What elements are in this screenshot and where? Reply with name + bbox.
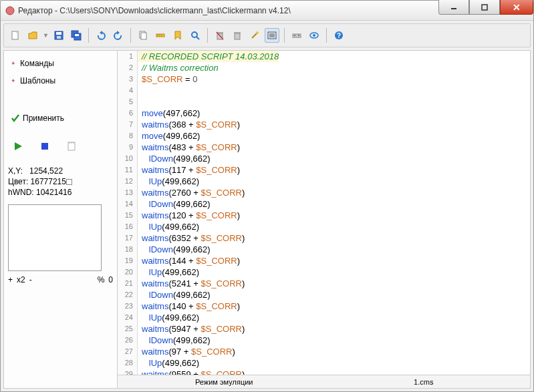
code-line[interactable]: 8move(499,662) (118, 130, 530, 142)
code-line[interactable]: 27waitms(97 + $S_CORR) (118, 346, 530, 357)
code-src[interactable]: waitms(6352 + $S_CORR) (138, 232, 245, 244)
code-line[interactable]: 7waitms(368 + $S_CORR) (118, 119, 530, 130)
notes-button[interactable] (64, 139, 79, 154)
trash-button[interactable] (230, 28, 245, 43)
code-src[interactable]: lDown(499,662) (138, 198, 211, 210)
ruler-button[interactable] (153, 28, 168, 43)
minimize-button[interactable] (438, 0, 469, 15)
save-all-button[interactable] (69, 28, 84, 43)
copy-button[interactable] (136, 28, 150, 43)
code-src[interactable]: waitms(144 + $S_CORR) (138, 255, 240, 266)
code-src[interactable]: waitms(5947 + $S_CORR) (138, 323, 245, 335)
code-src[interactable]: waitms(2760 + $S_CORR) (138, 187, 245, 198)
code-src[interactable]: lUp(499,662) (138, 221, 199, 232)
code-src[interactable]: lDown(499,662) (138, 244, 211, 255)
code-line[interactable]: 29waitms(9559 + $S_CORR) (118, 369, 530, 375)
code-src[interactable] (138, 96, 142, 108)
code-line[interactable]: 19waitms(144 + $S_CORR) (118, 255, 530, 266)
code-src[interactable]: // Waitms correction (138, 62, 219, 73)
close-button[interactable]: ✕ (500, 0, 533, 15)
code-src[interactable]: // RECORDED SCRIPT 14.03.2018 (138, 51, 279, 62)
info-xy-value: 1254,522 (29, 166, 63, 176)
code-src[interactable] (138, 85, 142, 96)
code-line[interactable]: 1// RECORDED SCRIPT 14.03.2018 (118, 51, 530, 62)
stop-button[interactable] (37, 139, 52, 154)
play-controls (8, 136, 113, 156)
code-src[interactable]: lUp(499,662) (138, 176, 199, 187)
open-file-button[interactable] (25, 28, 40, 43)
code-src[interactable]: waitms(120 + $S_CORR) (138, 210, 240, 221)
code-line[interactable]: 21waitms(5241 + $S_CORR) (118, 278, 530, 289)
toggle-panel-button[interactable] (265, 28, 279, 43)
search-button[interactable] (188, 28, 203, 43)
code-src[interactable]: waitms(483 + $S_CORR) (138, 142, 240, 153)
code-line[interactable]: 12 lUp(499,662) (118, 176, 530, 187)
play-button[interactable] (11, 139, 25, 154)
info-color-label: Цвет: (8, 177, 28, 186)
redo-button[interactable] (111, 28, 126, 43)
code-src[interactable]: lDown(499,662) (138, 153, 211, 164)
apply-button[interactable]: Применить (8, 110, 113, 127)
code-src[interactable]: lDown(499,662) (138, 289, 211, 301)
svg-marker-19 (175, 31, 180, 39)
undo-button[interactable] (94, 28, 108, 43)
code-line[interactable]: 23waitms(140 + $S_CORR) (118, 301, 530, 312)
code-src[interactable]: waitms(117 + $S_CORR) (138, 164, 240, 176)
dropdown-icon[interactable]: ▼ (43, 32, 49, 39)
settings-button[interactable] (289, 28, 304, 43)
code-src[interactable]: waitms(140 + $S_CORR) (138, 301, 240, 312)
wand-button[interactable] (247, 28, 262, 43)
code-line[interactable]: 10 lDown(499,662) (118, 153, 530, 164)
code-line[interactable]: 2// Waitms correction (118, 62, 530, 73)
svg-rect-41 (41, 143, 48, 150)
code-line[interactable]: 6move(497,662) (118, 108, 530, 119)
zoom-percent-button[interactable]: % (98, 275, 105, 284)
info-hwnd-value: 10421416 (36, 188, 72, 197)
code-src[interactable]: lDown(499,662) (138, 335, 211, 346)
line-number: 10 (118, 153, 138, 164)
code-line[interactable]: 3$S_CORR = 0 (118, 73, 530, 85)
zoom-minus-button[interactable]: - (29, 275, 32, 284)
svg-marker-11 (100, 31, 102, 35)
maximize-button[interactable] (469, 0, 500, 15)
code-line[interactable]: 28 lUp(499,662) (118, 357, 530, 369)
code-src[interactable]: lUp(499,662) (138, 357, 199, 369)
new-file-button[interactable] (8, 28, 23, 43)
code-line[interactable]: 9waitms(483 + $S_CORR) (118, 142, 530, 153)
code-line[interactable]: 11waitms(117 + $S_CORR) (118, 164, 530, 176)
sidebar-commands[interactable]: ✦ Команды (8, 55, 113, 72)
help-button[interactable]: ? (331, 28, 346, 43)
code-src[interactable]: $S_CORR = 0 (138, 73, 197, 85)
code-src[interactable]: waitms(97 + $S_CORR) (138, 346, 235, 357)
code-line[interactable]: 17waitms(6352 + $S_CORR) (118, 232, 530, 244)
code-line[interactable]: 24 lUp(499,662) (118, 312, 530, 323)
code-line[interactable]: 18 lDown(499,662) (118, 244, 530, 255)
code-line[interactable]: 26 lDown(499,662) (118, 335, 530, 346)
code-line[interactable]: 5 (118, 96, 530, 108)
code-src[interactable]: move(499,662) (138, 130, 200, 142)
code-src[interactable]: waitms(9559 + $S_CORR) (138, 369, 245, 375)
bookmark-button[interactable] (170, 28, 185, 43)
svg-rect-26 (234, 32, 241, 33)
svg-rect-33 (293, 34, 301, 37)
sidebar-templates[interactable]: ✦ Шаблоны (8, 72, 113, 89)
code-line[interactable]: 20 lUp(499,662) (118, 266, 530, 278)
save-button[interactable] (51, 28, 66, 43)
zoom-plus-button[interactable]: + (8, 275, 13, 284)
code-line[interactable]: 22 lDown(499,662) (118, 289, 530, 301)
code-area[interactable]: 1// RECORDED SCRIPT 14.03.20182// Waitms… (118, 51, 530, 375)
code-line[interactable]: 14 lDown(499,662) (118, 198, 530, 210)
delete-button[interactable] (213, 28, 227, 43)
code-src[interactable]: lUp(499,662) (138, 312, 199, 323)
code-src[interactable]: waitms(368 + $S_CORR) (138, 119, 240, 130)
code-line[interactable]: 15waitms(120 + $S_CORR) (118, 210, 530, 221)
info-color-value: 16777215 (31, 177, 66, 186)
code-line[interactable]: 13waitms(2760 + $S_CORR) (118, 187, 530, 198)
code-src[interactable]: waitms(5241 + $S_CORR) (138, 278, 245, 289)
code-line[interactable]: 25waitms(5947 + $S_CORR) (118, 323, 530, 335)
code-src[interactable]: move(497,662) (138, 108, 200, 119)
code-line[interactable]: 4 (118, 85, 530, 96)
eye-button[interactable] (307, 28, 321, 43)
code-line[interactable]: 16 lUp(499,662) (118, 221, 530, 232)
code-src[interactable]: lUp(499,662) (138, 266, 199, 278)
